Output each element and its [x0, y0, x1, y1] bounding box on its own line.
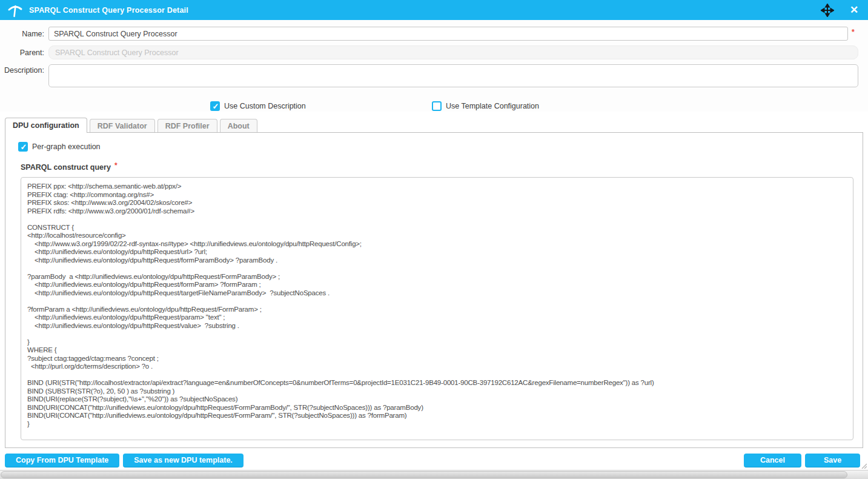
per-graph-execution-checkbox[interactable]: Per-graph execution [18, 142, 852, 152]
tab-rdf-profiler[interactable]: RDF Profiler [157, 119, 217, 132]
resize-handle-icon[interactable] [861, 463, 867, 469]
name-input[interactable] [48, 27, 848, 41]
cancel-button[interactable]: Cancel [744, 454, 801, 467]
parent-row: Parent: [0, 45, 868, 59]
pickaxe-icon [7, 3, 23, 18]
copy-from-dpu-template-button[interactable]: Copy From DPU Template [5, 454, 119, 467]
dialog-titlebar: SPARQL Construct Query Processor Detail … [0, 0, 868, 20]
use-custom-description-label: Use Custom Description [224, 102, 306, 110]
sparql-query-label: SPARQL construct query [21, 163, 111, 172]
query-label-row: SPARQL construct query * [21, 163, 852, 172]
description-row: Description: [0, 64, 868, 87]
name-row: Name: * [0, 27, 868, 41]
checkbox-checked-icon[interactable] [18, 142, 28, 152]
dialog-title: SPARQL Construct Query Processor Detail [29, 6, 188, 15]
description-input[interactable] [48, 64, 858, 87]
dialog-body: Name: * Parent: Description: Use Custom … [0, 20, 868, 112]
horizontal-scrollbar-thumb[interactable] [1, 471, 847, 478]
checkbox-checked-icon[interactable] [210, 101, 220, 111]
use-template-configuration-label: Use Template Configuration [446, 102, 539, 110]
tab-bar: DPU configuration RDF Validator RDF Prof… [5, 117, 863, 132]
save-button[interactable]: Save [805, 454, 860, 467]
query-required-marker: * [114, 161, 118, 170]
dpu-configuration-panel: Per-graph execution SPARQL construct que… [5, 132, 863, 448]
use-custom-description-checkbox[interactable]: Use Custom Description [210, 101, 432, 112]
sparql-query-editor[interactable]: PREFIX ppx: <http://schema.semantic-web.… [21, 177, 853, 440]
horizontal-scrollbar[interactable] [0, 470, 868, 479]
tab-rdf-validator[interactable]: RDF Validator [90, 119, 155, 132]
checkbox-unchecked-icon[interactable] [432, 101, 442, 111]
tab-about[interactable]: About [220, 119, 257, 132]
options-row: Use Custom Description Use Template Conf… [0, 101, 868, 112]
move-icon[interactable] [821, 4, 834, 17]
name-label: Name: [0, 30, 48, 38]
parent-input [48, 45, 858, 59]
footer-actions: Copy From DPU Template Save as new DPU t… [5, 454, 860, 467]
per-graph-execution-label: Per-graph execution [32, 142, 101, 151]
tab-dpu-configuration[interactable]: DPU configuration [5, 118, 87, 133]
use-template-configuration-checkbox[interactable]: Use Template Configuration [432, 101, 539, 112]
name-required-marker: * [852, 28, 855, 36]
close-icon[interactable]: ✕ [847, 4, 861, 17]
description-label: Description: [0, 64, 48, 75]
save-as-new-dpu-template-button[interactable]: Save as new DPU template. [123, 454, 244, 467]
parent-label: Parent: [0, 49, 48, 57]
